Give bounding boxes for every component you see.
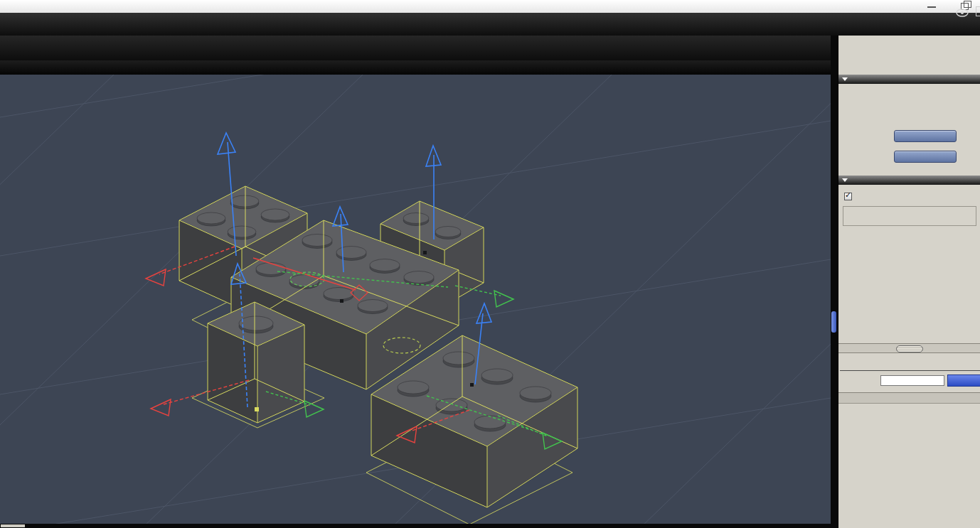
viewport-toolbar (0, 60, 832, 75)
view-section-header[interactable] (838, 176, 980, 185)
brick-cm-1x1[interactable] (208, 302, 304, 423)
clipped-toolbar-icon (976, 6, 980, 16)
browser-tabs (840, 359, 980, 371)
minimize-button-icon[interactable] (927, 6, 936, 8)
vertical-scroll-thumb[interactable] (831, 311, 836, 333)
show-object-checkbox[interactable] (844, 193, 855, 200)
preset-button[interactable] (894, 151, 957, 163)
viewport-vertical-scrollbar[interactable] (831, 36, 838, 528)
eye-icon[interactable] (956, 7, 969, 20)
filter-select[interactable] (947, 375, 980, 387)
edit-shader-button[interactable] (894, 130, 957, 142)
collapse-triangle-icon (842, 77, 848, 81)
scene-root-row[interactable] (838, 392, 980, 404)
find-input[interactable] (880, 375, 944, 386)
general-section-header[interactable] (838, 75, 980, 84)
collapse-triangle-icon (842, 178, 848, 182)
menubar (0, 13, 980, 36)
primitives-toolbar (0, 36, 832, 60)
viewport-canvas[interactable] (0, 75, 831, 528)
splitter-handle-icon[interactable] (896, 345, 923, 352)
backfaces-group (843, 206, 976, 226)
find-row (838, 372, 980, 388)
3d-viewport[interactable] (0, 75, 831, 528)
panel-splitter[interactable] (838, 343, 980, 353)
horizontal-scroll-thumb[interactable] (1, 524, 25, 527)
properties-panel (838, 36, 980, 528)
checkbox-box-icon[interactable] (844, 193, 852, 200)
window-titlebar (0, 0, 980, 14)
viewport-horizontal-scrollbar[interactable] (0, 524, 831, 528)
